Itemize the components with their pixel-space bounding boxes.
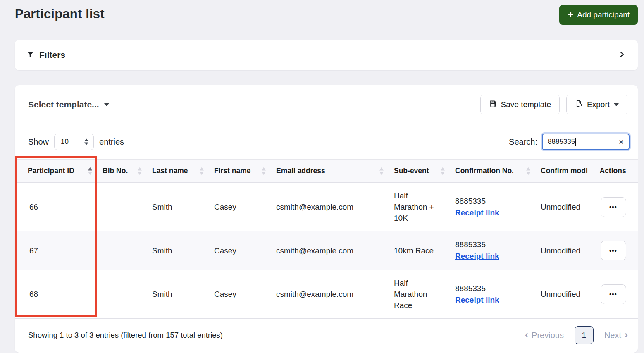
- cell-actions: •••: [594, 183, 638, 231]
- pagination: ‹ Previous 1 Next ›: [525, 326, 628, 344]
- search-input[interactable]: 8885335 ✕: [542, 134, 630, 150]
- sort-icon: [138, 167, 142, 175]
- column-header-bib-no[interactable]: Bib No.: [97, 160, 147, 183]
- add-participant-button[interactable]: + Add participant: [559, 5, 638, 25]
- cell-confirm-modified: Unmodified: [535, 183, 594, 231]
- column-header-sub-event[interactable]: Sub-event: [389, 160, 450, 183]
- caret-down-icon: [104, 103, 109, 106]
- cell-last-name: Smith: [147, 270, 209, 319]
- export-button[interactable]: Export: [566, 95, 627, 114]
- receipt-link[interactable]: Receipt link: [455, 294, 499, 306]
- cell-last-name: Smith: [147, 183, 209, 231]
- chevron-right-icon[interactable]: [618, 51, 625, 60]
- select-template-dropdown[interactable]: Select template...: [28, 100, 109, 110]
- cell-participant-id: 67: [15, 231, 97, 270]
- row-actions-button[interactable]: •••: [601, 241, 626, 260]
- table-row: 67 Smith Casey csmith@example.com 10km R…: [15, 231, 638, 270]
- page-header: Participant list + Add participant: [15, 5, 638, 25]
- cell-email: csmith@example.com: [271, 183, 389, 231]
- sort-icon: [262, 167, 266, 175]
- ellipsis-icon: •••: [609, 291, 617, 298]
- cell-actions: •••: [594, 270, 638, 319]
- receipt-link[interactable]: Receipt link: [455, 250, 499, 262]
- caret-down-icon: [614, 103, 619, 106]
- sort-icon: [441, 167, 445, 175]
- participant-table-card: Select template... Save template: [15, 85, 638, 353]
- save-icon: [489, 100, 497, 110]
- confirmation-number: 8885335: [455, 196, 527, 207]
- select-template-label: Select template...: [28, 100, 99, 110]
- cell-last-name: Smith: [147, 231, 209, 270]
- table-row: 66 Smith Casey csmith@example.com Half M…: [15, 183, 638, 231]
- cell-first-name: Casey: [209, 183, 271, 231]
- page-size-select[interactable]: 10: [54, 134, 94, 150]
- template-toolbar: Select template... Save template: [15, 85, 638, 124]
- cell-sub-event: Half Marathon Race: [389, 270, 450, 319]
- column-header-email[interactable]: Email address: [271, 160, 389, 183]
- row-actions-button[interactable]: •••: [601, 284, 626, 304]
- export-icon: [575, 100, 583, 110]
- cell-sub-event: Half Marathon + 10K: [389, 183, 450, 231]
- sort-asc-icon: [88, 167, 92, 175]
- cell-confirmation: 8885335 Receipt link: [450, 231, 535, 270]
- column-header-actions: Actions: [594, 160, 638, 183]
- filter-icon: [26, 50, 34, 60]
- cell-participant-id: 68: [15, 270, 97, 319]
- save-template-button[interactable]: Save template: [480, 95, 560, 114]
- page-size-value: 10: [61, 138, 69, 146]
- column-header-confirmation-no[interactable]: Confirmation No.: [450, 160, 535, 183]
- cell-email: csmith@example.com: [271, 270, 389, 319]
- participant-list-page: Participant list + Add participant Filte…: [0, 0, 644, 353]
- cell-confirm-modified: Unmodified: [535, 231, 594, 270]
- page-title: Participant list: [15, 5, 105, 23]
- cell-actions: •••: [594, 231, 638, 270]
- sort-icon: [379, 167, 384, 175]
- save-template-label: Save template: [501, 100, 551, 109]
- ellipsis-icon: •••: [609, 247, 617, 254]
- text-caret: [575, 138, 576, 146]
- plus-icon: +: [568, 10, 573, 19]
- confirmation-number: 8885335: [455, 283, 527, 294]
- select-spinner-icon: [84, 139, 88, 145]
- chevron-right-icon: ›: [625, 330, 628, 340]
- cell-bib-no: [97, 270, 147, 319]
- sort-icon: [526, 167, 530, 175]
- entries-label: entries: [99, 137, 124, 147]
- filters-panel-toggle[interactable]: Filters: [15, 40, 638, 70]
- cell-bib-no: [97, 231, 147, 270]
- cell-first-name: Casey: [209, 231, 271, 270]
- participant-table: Participant ID Bib No. Last name Fi: [15, 159, 638, 319]
- column-header-first-name[interactable]: First name: [209, 160, 271, 183]
- cell-participant-id: 66: [15, 183, 97, 231]
- ellipsis-icon: •••: [609, 203, 617, 210]
- table-footer: Showing 1 to 3 of 3 entries (filtered fr…: [15, 319, 638, 353]
- sort-icon: [200, 167, 204, 175]
- add-participant-label: Add participant: [577, 10, 630, 19]
- cell-confirmation: 8885335 Receipt link: [450, 270, 535, 319]
- cell-sub-event: 10km Race: [389, 231, 450, 270]
- confirmation-number: 8885335: [455, 239, 527, 250]
- cell-confirmation: 8885335 Receipt link: [450, 183, 535, 231]
- cell-first-name: Casey: [209, 270, 271, 319]
- search-value: 8885335: [548, 138, 575, 146]
- cell-email: csmith@example.com: [271, 231, 389, 270]
- previous-page-button[interactable]: ‹ Previous: [525, 331, 564, 340]
- column-header-participant-id[interactable]: Participant ID: [15, 160, 97, 183]
- search-label: Search:: [509, 137, 537, 147]
- export-label: Export: [587, 100, 610, 109]
- clear-search-icon[interactable]: ✕: [618, 139, 624, 145]
- filters-label: Filters: [39, 50, 65, 60]
- row-actions-button[interactable]: •••: [601, 197, 626, 217]
- entries-summary: Showing 1 to 3 of 3 entries (filtered fr…: [28, 331, 223, 340]
- chevron-left-icon: ‹: [525, 330, 528, 340]
- cell-bib-no: [97, 183, 147, 231]
- column-header-last-name[interactable]: Last name: [147, 160, 209, 183]
- show-label: Show: [28, 137, 49, 147]
- page-number-button[interactable]: 1: [575, 326, 594, 344]
- table-controls: Show 10 entries Search: 8885335 ✕: [15, 124, 638, 159]
- column-header-confirm-modified[interactable]: Confirm modi: [535, 160, 594, 183]
- next-page-button[interactable]: Next ›: [604, 331, 628, 340]
- cell-confirm-modified: Unmodified: [535, 270, 594, 319]
- table-row: 68 Smith Casey csmith@example.com Half M…: [15, 270, 638, 319]
- receipt-link[interactable]: Receipt link: [455, 207, 499, 219]
